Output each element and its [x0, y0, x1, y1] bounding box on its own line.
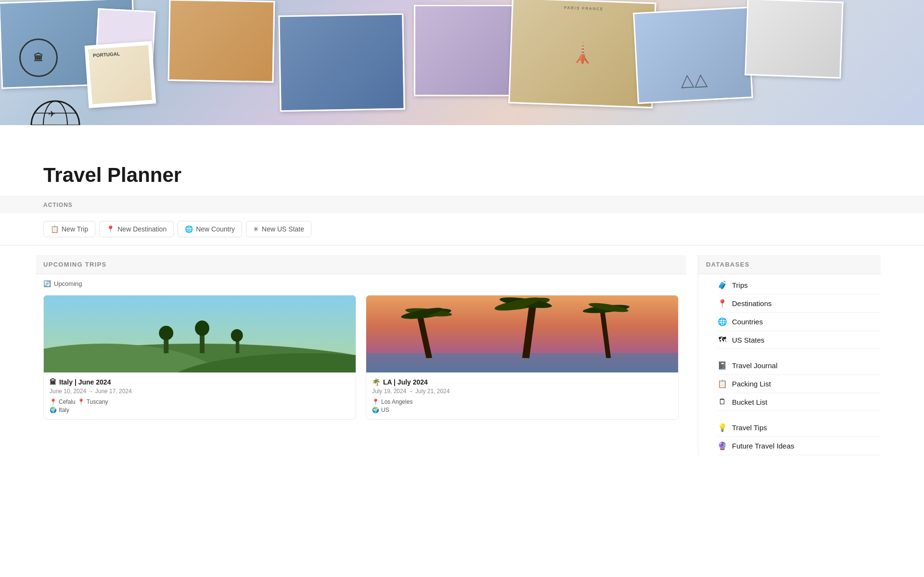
db-separator-2 [718, 411, 881, 419]
upcoming-label-text: Upcoming [54, 280, 82, 287]
trip-tags-la: 📍 Los Angeles 🌍 US [372, 398, 672, 413]
db-item-destinations[interactable]: 📍 Destinations [718, 295, 881, 313]
main-content: UPCOMING TRIPS 🔄 Upcoming [0, 255, 924, 455]
trip-photo-la [366, 295, 678, 372]
db-travel-journal-label: Travel Journal [732, 361, 777, 370]
upcoming-filter[interactable]: 🔄 Upcoming [43, 280, 679, 287]
databases-section: DATABASES 🧳 Trips 📍 Destinations 🌐 Count… [698, 255, 881, 455]
luggage-icon: 🧳 [718, 281, 727, 290]
upcoming-icon: 🔄 [43, 280, 51, 287]
italy-icon: 🏛 [50, 378, 56, 386]
packing-icon: 📋 [718, 379, 727, 388]
la-icon: 🌴 [372, 378, 380, 386]
db-item-travel-journal[interactable]: 📓 Travel Journal [718, 357, 881, 375]
db-destinations-label: Destinations [732, 299, 772, 308]
db-future-travel-label: Future Travel Ideas [732, 442, 794, 450]
db-item-bucket-list[interactable]: 🗒 Bucket List [718, 393, 881, 411]
new-us-state-button[interactable]: ✳ New US State [246, 221, 311, 237]
pin-db-icon: 📍 [718, 299, 727, 308]
banner-photo-6 [414, 5, 525, 96]
svg-text:✈: ✈ [48, 109, 55, 119]
pin-icon-la: 📍 [372, 398, 379, 405]
trip-photo-italy [44, 295, 356, 372]
trip-tag-los-angeles: 📍 Los Angeles [372, 398, 672, 405]
map-db-icon: 🗺 [718, 335, 727, 344]
trip-tag-cefalu: 📍 Cefalu 📍 Tuscany [50, 398, 350, 405]
map-icon: 📋 [51, 225, 59, 233]
db-item-us-states[interactable]: 🗺 US States [718, 331, 881, 349]
trip-info-la: 🌴 LA | July 2024 July 19, 2024 → July 21… [366, 372, 678, 419]
new-trip-label: New Trip [62, 225, 88, 233]
db-item-trips[interactable]: 🧳 Trips [718, 276, 881, 295]
svg-rect-17 [366, 353, 678, 372]
new-destination-label: New Destination [117, 225, 167, 233]
db-trips-label: Trips [732, 281, 748, 289]
svg-point-11 [159, 326, 173, 340]
bucket-icon: 🗒 [718, 397, 727, 406]
db-item-future-travel[interactable]: 🔮 Future Travel Ideas [718, 437, 881, 455]
db-item-travel-tips[interactable]: 💡 Travel Tips [718, 419, 881, 437]
banner-photo-4 [168, 0, 275, 83]
db-item-packing-list[interactable]: 📋 Packing List [718, 375, 881, 393]
globe-icon-la: 🌍 [372, 407, 379, 413]
svg-point-13 [195, 321, 209, 336]
trip-dates-italy: June 10, 2024 → June 17, 2024 [50, 388, 350, 395]
globe-icon-2: 🌍 [50, 407, 57, 413]
db-separator-1 [718, 349, 881, 357]
trip-dates-la: July 19, 2024 → July 21, 2024 [372, 388, 672, 395]
trip-tag-italy-country: 🌍 Italy [50, 407, 350, 413]
tips-icon: 💡 [718, 423, 727, 432]
trip-info-italy: 🏛 Italy | June 2024 June 10, 2024 → June… [44, 372, 356, 419]
db-packing-list-label: Packing List [732, 380, 771, 388]
databases-heading: DATABASES [698, 255, 881, 274]
db-travel-tips-label: Travel Tips [732, 423, 767, 432]
db-countries-label: Countries [732, 318, 763, 326]
greece-stamp: 🏛 [19, 38, 58, 77]
banner-photo-portugal: PORTUGAL [85, 41, 156, 108]
new-us-state-label: New US State [262, 225, 304, 233]
trip-tags-italy: 📍 Cefalu 📍 Tuscany 🌍 Italy [50, 398, 350, 413]
db-bucket-list-label: Bucket List [732, 398, 767, 406]
trip-tag-us: 🌍 US [372, 407, 672, 413]
journal-icon: 📓 [718, 361, 727, 370]
page-title: Travel Planner [43, 164, 881, 187]
new-destination-button[interactable]: 📍 New Destination [99, 221, 174, 237]
location-icon: 📍 [106, 225, 115, 233]
trip-card-italy[interactable]: 🏛 Italy | June 2024 June 10, 2024 → June… [43, 295, 356, 420]
db-us-states-label: US States [732, 336, 765, 344]
globe-icon: 🌐 [185, 225, 193, 233]
db-item-countries[interactable]: 🌐 Countries [718, 313, 881, 331]
future-icon: 🔮 [718, 441, 727, 450]
header-banner: PORTUGAL 🗼 PARIS FRANCE △△ 🏛 ✈ [0, 0, 924, 125]
trip-title-la: 🌴 LA | July 2024 [372, 378, 672, 386]
banner-photo-9 [744, 0, 843, 78]
actions-row: 📋 New Trip 📍 New Destination 🌐 New Count… [0, 213, 924, 245]
upcoming-trips-section: UPCOMING TRIPS 🔄 Upcoming [43, 255, 698, 455]
trip-title-italy: 🏛 Italy | June 2024 [50, 378, 350, 386]
pin-icon: 📍 [50, 398, 57, 405]
star-plus-icon: ✳ [253, 225, 259, 233]
actions-section-label: ACTIONS [0, 196, 924, 213]
banner-photo-pyramids: △△ [633, 7, 753, 104]
trip-card-la[interactable]: 🌴 LA | July 2024 July 19, 2024 → July 21… [366, 295, 679, 420]
new-country-button[interactable]: 🌐 New Country [178, 221, 242, 237]
svg-point-15 [231, 329, 243, 342]
globe-db-icon: 🌐 [718, 317, 727, 326]
pin-icon-2: 📍 [77, 398, 85, 405]
new-trip-button[interactable]: 📋 New Trip [43, 221, 95, 237]
upcoming-trips-heading: UPCOMING TRIPS [36, 255, 686, 274]
page-icon: ✈ [29, 99, 82, 125]
banner-photo-5 [278, 13, 405, 112]
new-country-label: New Country [196, 225, 235, 233]
trips-grid: 🏛 Italy | June 2024 June 10, 2024 → June… [43, 295, 679, 420]
